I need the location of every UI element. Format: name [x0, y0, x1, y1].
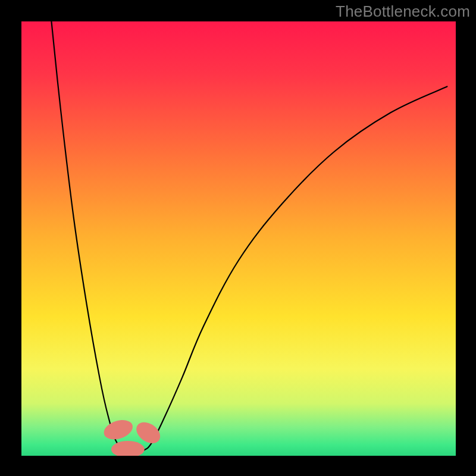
plot-background	[21, 21, 456, 456]
chart-svg	[0, 0, 476, 476]
chart-frame: TheBottleneck.com	[0, 0, 476, 476]
marker-blob	[111, 441, 145, 458]
